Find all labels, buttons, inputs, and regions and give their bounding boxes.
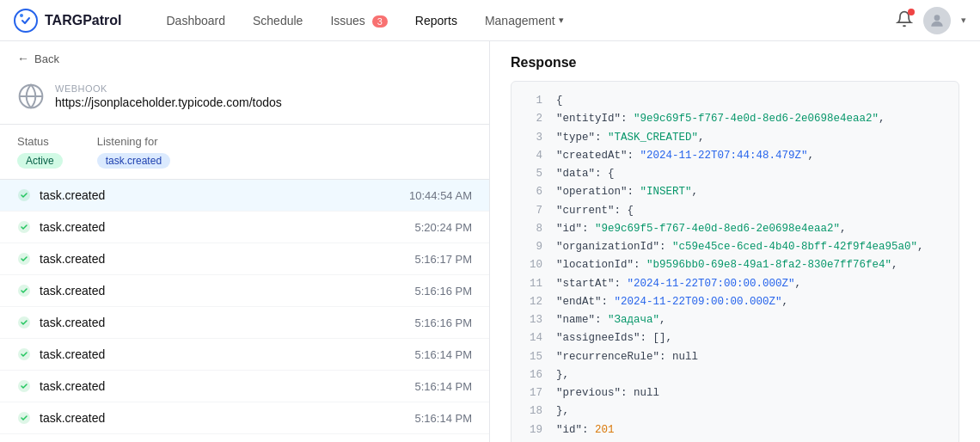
code-line: 16 }, xyxy=(525,366,945,384)
event-name: task.created xyxy=(40,220,105,234)
line-content: "locationId": "b9596bb0-69e8-49a1-8fa2-8… xyxy=(556,256,898,274)
status-label: Status xyxy=(17,135,63,148)
response-code-block: 1{2 "entityId": "9e9c69f5-f767-4e0d-8ed6… xyxy=(511,81,959,442)
event-left: task.created xyxy=(17,411,105,425)
json-key: "entityId" xyxy=(556,113,621,125)
event-row[interactable]: task.created 5:16:16 PM xyxy=(0,275,489,307)
listening-col: Listening for task.created xyxy=(97,135,170,169)
event-left: task.created xyxy=(17,347,105,361)
right-panel: Response 1{2 "entityId": "9e9c69f5-f767-… xyxy=(490,41,980,442)
line-number: 8 xyxy=(525,220,542,238)
json-key: "id" xyxy=(556,424,582,436)
line-number: 4 xyxy=(525,147,542,165)
header: TARGPatrol Dashboard Schedule Issues 3 R… xyxy=(0,0,980,41)
json-key: "locationId" xyxy=(556,259,634,271)
code-line: 6 "operation": "INSERT", xyxy=(525,183,945,201)
event-name: task.created xyxy=(40,284,105,298)
event-name: task.created xyxy=(40,316,105,329)
line-content: { xyxy=(556,92,563,110)
line-content: "data": { xyxy=(556,165,615,183)
nav-management[interactable]: Management ▾ xyxy=(475,9,574,33)
svg-point-2 xyxy=(934,15,940,21)
json-key: "organizationId" xyxy=(556,241,659,253)
event-row[interactable]: task.created 5:20:24 PM xyxy=(0,212,489,243)
webhook-info: Webhook https://jsonplaceholder.typicode… xyxy=(0,76,489,125)
line-number: 18 xyxy=(525,402,542,421)
listening-label: Listening for xyxy=(97,135,170,148)
notification-dot xyxy=(908,9,915,15)
response-title: Response xyxy=(511,55,959,71)
line-content: "assigneeIds": [], xyxy=(556,329,672,347)
event-row[interactable]: task.created 5:16:14 PM xyxy=(0,371,489,402)
globe-icon xyxy=(17,83,45,110)
event-row[interactable]: task.created 5:16:17 PM xyxy=(0,243,489,275)
event-left: task.created xyxy=(17,379,105,393)
event-time: 5:16:16 PM xyxy=(415,285,473,298)
line-content: "endAt": "2024-11-22T09:00:00.000Z", xyxy=(556,293,788,311)
back-arrow-icon: ← xyxy=(17,52,29,65)
issues-badge: 3 xyxy=(372,15,388,28)
code-line: 7 "current": { xyxy=(525,202,945,220)
back-button[interactable]: ← Back xyxy=(0,41,489,76)
code-line: 1{ xyxy=(525,92,945,110)
line-number: 7 xyxy=(525,202,542,220)
nav-issues[interactable]: Issues 3 xyxy=(320,9,397,33)
nav-dashboard[interactable]: Dashboard xyxy=(156,9,236,33)
event-row[interactable]: task.created 5:16:16 PM xyxy=(0,307,489,339)
event-time: 5:16:14 PM xyxy=(415,412,473,425)
line-content: }, xyxy=(556,366,569,384)
code-line: 13 "name": "Задача", xyxy=(525,311,945,329)
event-time: 5:16:17 PM xyxy=(415,253,473,266)
line-content: "recurrenceRule": null xyxy=(556,348,698,366)
check-icon xyxy=(17,347,31,361)
event-left: task.created xyxy=(17,220,105,234)
line-content: "name": "Задача", xyxy=(556,311,666,329)
event-row[interactable]: task.created 5:16:14 PM xyxy=(0,402,489,434)
code-line: 10 "locationId": "b9596bb0-69e8-49a1-8fa… xyxy=(525,256,945,274)
json-key: "startAt" xyxy=(556,278,615,290)
check-icon xyxy=(17,411,31,425)
json-key: "type" xyxy=(556,132,595,144)
line-content: "id": 201 xyxy=(556,421,615,439)
json-value: "c59e45ce-6ced-4b40-8bff-42f9f4ea95a0" xyxy=(672,241,917,253)
code-line: 15 "recurrenceRule": null xyxy=(525,348,945,366)
line-number: 13 xyxy=(525,311,542,329)
line-number: 19 xyxy=(525,421,542,439)
event-row[interactable]: task.created 10:44:54 AM xyxy=(0,180,489,212)
code-line: 18 }, xyxy=(525,402,945,421)
logo[interactable]: TARGPatrol xyxy=(14,9,121,33)
json-key: "operation" xyxy=(556,186,628,198)
line-number: 12 xyxy=(525,293,542,311)
line-content: "type": "TASK_CREATED", xyxy=(556,129,705,147)
check-icon xyxy=(17,220,31,234)
line-number: 2 xyxy=(525,110,542,128)
event-row[interactable]: task.created 5:16:14 PM xyxy=(0,339,489,371)
avatar[interactable] xyxy=(923,7,951,34)
line-number: 17 xyxy=(525,384,542,402)
nav-reports[interactable]: Reports xyxy=(405,9,468,33)
code-line: 8 "id": "9e9c69f5-f767-4e0d-8ed6-2e0698e… xyxy=(525,220,945,238)
event-name: task.created xyxy=(40,188,105,202)
json-key: "name" xyxy=(556,314,595,326)
line-number: 10 xyxy=(525,256,542,274)
event-time: 5:20:24 PM xyxy=(415,221,473,234)
line-number: 14 xyxy=(525,329,542,347)
event-left: task.created xyxy=(17,316,105,329)
bell-icon[interactable] xyxy=(896,10,913,30)
event-time: 10:44:54 AM xyxy=(409,189,472,202)
line-number: 16 xyxy=(525,366,542,384)
line-number: 3 xyxy=(525,129,542,147)
header-right: ▾ xyxy=(896,7,966,34)
json-value: "2024-11-22T07:00:00.000Z" xyxy=(628,278,795,290)
json-value: "9e9c69f5-f767-4e0d-8ed6-2e0698e4eaa2" xyxy=(634,113,879,125)
code-line: 11 "startAt": "2024-11-22T07:00:00.000Z"… xyxy=(525,275,945,293)
events-list: task.created 10:44:54 AM task.created 5:… xyxy=(0,180,489,442)
line-content: }, xyxy=(556,402,569,421)
avatar-chevron-icon[interactable]: ▾ xyxy=(961,15,966,26)
check-icon xyxy=(17,316,31,329)
status-row: Status Active Listening for task.created xyxy=(0,125,489,180)
status-badge: Active xyxy=(17,153,63,169)
nav-schedule[interactable]: Schedule xyxy=(242,9,313,33)
line-number: 5 xyxy=(525,165,542,183)
line-content: "operation": "INSERT", xyxy=(556,183,698,201)
